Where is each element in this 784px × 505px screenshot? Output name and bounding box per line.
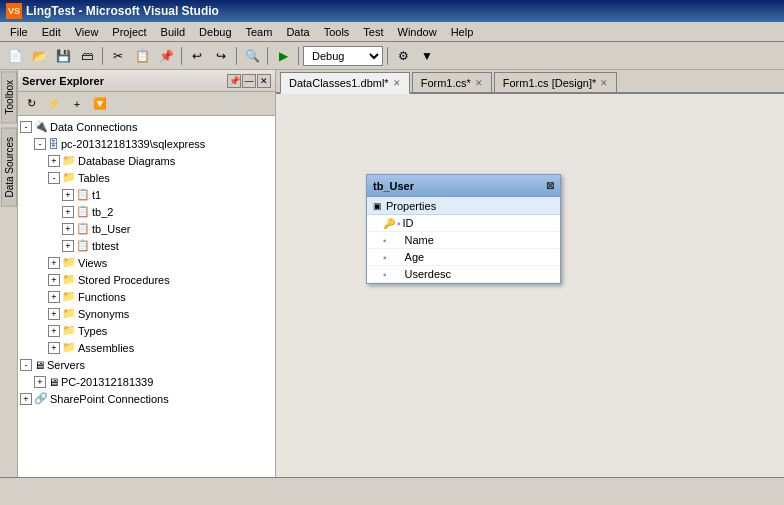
tab-dbml[interactable]: DataClasses1.dbml* ✕ [280,72,410,94]
menu-debug[interactable]: Debug [193,25,237,39]
expander-t1[interactable]: + [62,189,74,201]
tree-item-tb-user[interactable]: + 📋 tb_User [18,220,275,237]
save-button[interactable]: 💾 [52,45,74,67]
more-toolbar-button[interactable]: ▼ [416,45,438,67]
expander-diagrams[interactable]: + [48,155,60,167]
expander-tbtest[interactable]: + [62,240,74,252]
tab-form-cs[interactable]: Form1.cs* ✕ [412,72,492,92]
tree-item-assemblies[interactable]: + 📁 Assemblies [18,339,275,356]
table-tb-user-icon: 📋 [76,222,90,235]
expander-tables[interactable]: - [48,172,60,184]
menu-test[interactable]: Test [357,25,389,39]
expander-pc-instance[interactable]: - [34,138,46,150]
tree-item-diagrams[interactable]: + 📁 Database Diagrams [18,152,275,169]
expander-servers[interactable]: - [20,359,32,371]
toolbox-tab[interactable]: Toolbox [1,71,17,123]
cut-button[interactable]: ✂ [107,45,129,67]
tree-item-types[interactable]: + 📁 Types [18,322,275,339]
tab-form-cs-close[interactable]: ✕ [475,78,483,88]
data-sources-tab[interactable]: Data Sources [1,128,17,207]
menu-build[interactable]: Build [155,25,191,39]
tab-form-design-label: Form1.cs [Design]* [503,77,597,89]
tree-item-pc-instance[interactable]: - 🗄 pc-201312181339\sqlexpress [18,135,275,152]
tree-item-synonyms[interactable]: + 📁 Synonyms [18,305,275,322]
views-label: Views [78,257,107,269]
servers-icon: 🖥 [34,359,45,371]
menu-team[interactable]: Team [240,25,279,39]
field-age[interactable]: ▪ Age [367,249,560,266]
tab-form-design[interactable]: Form1.cs [Design]* ✕ [494,72,618,92]
se-refresh-button[interactable]: ↻ [20,93,42,115]
menu-window[interactable]: Window [392,25,443,39]
run-button[interactable]: ▶ [272,45,294,67]
server-explorer-panel: Server Explorer 📌 — ✕ ↻ ⚡ + 🔽 - 🔌 Data C… [18,70,276,477]
menu-project[interactable]: Project [106,25,152,39]
entity-section-properties[interactable]: ▣ Properties [367,197,560,215]
server-explorer-title: Server Explorer [22,75,104,87]
tree-item-servers[interactable]: - 🖥 Servers [18,356,275,373]
open-file-button[interactable]: 📂 [28,45,50,67]
se-filter-button[interactable]: 🔽 [89,93,111,115]
field-userdesc-label: Userdesc [405,268,451,280]
entity-collapse-button[interactable]: ⊠ [546,180,554,191]
tree-item-tb2[interactable]: + 📋 tb_2 [18,203,275,220]
se-close-button[interactable]: ✕ [257,74,271,88]
field-name[interactable]: ▪ Name [367,232,560,249]
menu-help[interactable]: Help [445,25,480,39]
entity-box-tb-user[interactable]: tb_User ⊠ ▣ Properties 🔑 ▪ ID ▪ Name [366,174,561,284]
menu-data[interactable]: Data [280,25,315,39]
expander-views[interactable]: + [48,257,60,269]
find-button[interactable]: 🔍 [241,45,263,67]
toolbar-separator-2 [181,47,182,65]
expander-tb2[interactable]: + [62,206,74,218]
new-project-button[interactable]: 📄 [4,45,26,67]
expander-synonyms[interactable]: + [48,308,60,320]
debug-config-dropdown[interactable]: Debug [303,46,383,66]
design-canvas[interactable]: tb_User ⊠ ▣ Properties 🔑 ▪ ID ▪ Name [276,94,784,477]
tree-item-sharepoint[interactable]: + 🔗 SharePoint Connections [18,390,275,407]
undo-button[interactable]: ↩ [186,45,208,67]
tree-item-t1[interactable]: + 📋 t1 [18,186,275,203]
field-id[interactable]: 🔑 ▪ ID [367,215,560,232]
functions-folder-icon: 📁 [62,290,76,303]
tab-form-design-close[interactable]: ✕ [600,78,608,88]
menu-tools[interactable]: Tools [318,25,356,39]
tree-item-pc-server[interactable]: + 🖥 PC-201312181339 [18,373,275,390]
tree-item-tbtest[interactable]: + 📋 tbtest [18,237,275,254]
tree-item-tables[interactable]: - 📁 Tables [18,169,275,186]
diagrams-label: Database Diagrams [78,155,175,167]
se-minimize-button[interactable]: — [242,74,256,88]
expander-data-connections[interactable]: - [20,121,32,133]
expander-types[interactable]: + [48,325,60,337]
pc-instance-label: pc-201312181339\sqlexpress [61,138,205,150]
tree-item-data-connections[interactable]: - 🔌 Data Connections [18,118,275,135]
copy-button[interactable]: 📋 [131,45,153,67]
field-userdesc[interactable]: ▪ Userdesc [367,266,560,283]
menu-view[interactable]: View [69,25,105,39]
save-all-button[interactable]: 🗃 [76,45,98,67]
se-pin-button[interactable]: 📌 [227,74,241,88]
se-connect-button[interactable]: ⚡ [43,93,65,115]
tree-item-views[interactable]: + 📁 Views [18,254,275,271]
diagrams-folder-icon: 📁 [62,154,76,167]
field-type-icon-age: ▪ [383,252,387,263]
expander-sharepoint[interactable]: + [20,393,32,405]
expander-assemblies[interactable]: + [48,342,60,354]
expander-tb-user[interactable]: + [62,223,74,235]
solution-config-button[interactable]: ⚙ [392,45,414,67]
tab-dbml-close[interactable]: ✕ [393,78,401,88]
field-type-icon-userdesc: ▪ [383,269,387,280]
redo-button[interactable]: ↪ [210,45,232,67]
expander-pc-server[interactable]: + [34,376,46,388]
expander-functions[interactable]: + [48,291,60,303]
tab-area: DataClasses1.dbml* ✕ Form1.cs* ✕ Form1.c… [276,70,784,477]
menu-edit[interactable]: Edit [36,25,67,39]
paste-button[interactable]: 📌 [155,45,177,67]
tree-item-stored-procedures[interactable]: + 📁 Stored Procedures [18,271,275,288]
data-connections-icon: 🔌 [34,120,48,133]
menu-file[interactable]: File [4,25,34,39]
expander-stored-procedures[interactable]: + [48,274,60,286]
tree-item-functions[interactable]: + 📁 Functions [18,288,275,305]
se-add-connection-button[interactable]: + [66,93,88,115]
stored-procedures-label: Stored Procedures [78,274,170,286]
